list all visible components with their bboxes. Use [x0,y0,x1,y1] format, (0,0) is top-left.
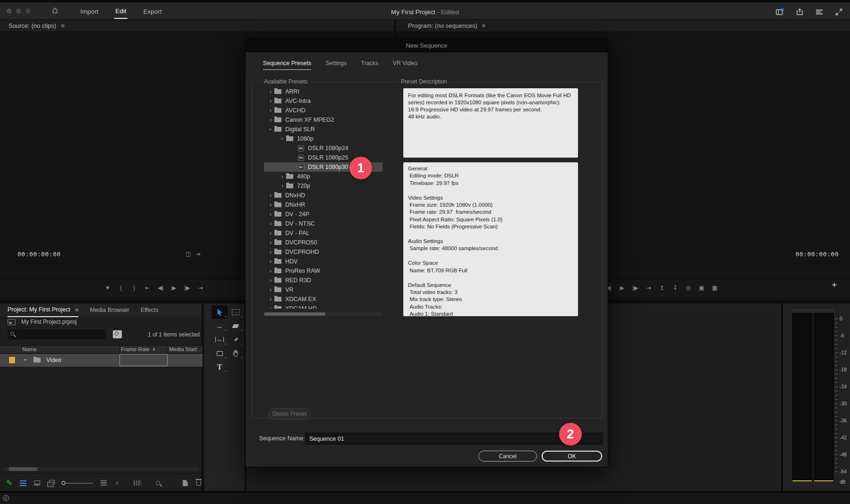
extract-icon[interactable]: ↧ [672,285,678,291]
preset-tree-item[interactable]: ›RED R3D [264,276,382,285]
new-bin-button[interactable] [168,478,175,488]
preset-tree-item[interactable]: PrDSLR 1080p24 [264,143,382,153]
zoom-slider[interactable] [60,478,94,488]
freeform-view-button[interactable] [47,478,54,488]
preset-tree-item[interactable]: ›XDCAM EX [264,294,382,304]
chevron-collapsed-icon[interactable]: › [267,117,274,123]
razor-tool[interactable] [228,319,244,333]
play-icon[interactable]: ▶ [171,285,177,291]
preset-tree-item[interactable]: ›AVC-Intra [264,96,382,106]
chevron-collapsed-icon[interactable]: › [267,230,274,236]
tab-effects[interactable]: Effects [141,307,159,313]
list-view-button[interactable] [19,478,27,488]
chevron-collapsed-icon[interactable]: › [267,98,274,104]
play-icon[interactable]: ▶ [619,285,625,291]
mark-in-icon[interactable]: { [118,285,124,291]
label-color-swatch[interactable] [8,356,16,364]
chevron-down-icon[interactable]: › [22,359,29,361]
frame-rate-cell[interactable] [119,354,168,366]
preset-tree-item[interactable]: ›Digital SLR [264,125,382,134]
panel-menu-icon[interactable]: ≡ [482,22,486,29]
preset-tree-item[interactable]: ›DNxHR [264,200,382,210]
scrollbar-thumb[interactable] [264,312,325,316]
search-in-bin-icon[interactable] [113,330,122,338]
sequence-name-input[interactable] [305,433,603,445]
creative-cloud-icon[interactable] [3,495,9,501]
add-button[interactable]: + [832,280,837,290]
preset-tree-item[interactable]: ›HDV [264,257,382,266]
mark-out-icon[interactable]: } [131,285,137,291]
pen-tool[interactable]: ✒ [228,333,244,346]
project-search-box[interactable] [8,329,106,339]
chevron-collapsed-icon[interactable]: › [267,202,274,208]
column-media-start[interactable]: Media Start [169,346,197,352]
goto-out-icon[interactable]: ⇥ [198,285,204,291]
chevron-collapsed-icon[interactable]: › [267,258,274,265]
preset-tree-item[interactable]: ›1080p [264,134,382,143]
lift-icon[interactable]: ↥ [659,285,665,291]
column-frame-rate[interactable]: Frame Rate [121,346,150,352]
drag-audio-icon[interactable]: ⇥ [196,251,200,257]
chevron-collapsed-icon[interactable]: › [267,286,274,293]
automate-to-sequence-button[interactable] [134,478,141,488]
tab-sequence-presets[interactable]: Sequence Presets [263,60,311,70]
project-writable-icon[interactable]: ✎ [6,478,13,488]
chevron-collapsed-icon[interactable]: › [267,268,274,274]
cancel-button[interactable]: Cancel [478,451,537,462]
tree-horizontal-scrollbar[interactable] [264,312,382,316]
type-tool[interactable]: T [212,360,228,374]
chevron-collapsed-icon[interactable]: › [279,173,286,180]
tab-vr-video[interactable]: VR Video [392,60,417,70]
selection-tool[interactable] [212,305,228,319]
new-item-button[interactable] [181,478,189,488]
project-file-row[interactable]: My First Project.prproj [8,319,76,325]
preset-tree-item[interactable]: ›Canon XF MPEG2 [264,115,382,125]
chevron-collapsed-icon[interactable]: › [267,239,274,246]
chevron-collapsed-icon[interactable]: › [267,249,274,255]
column-name[interactable]: Name [22,346,37,352]
preset-tree-item[interactable]: ›DNxHD [264,191,382,200]
panel-menu-icon[interactable]: ≡ [61,22,65,29]
preset-tree-item[interactable]: ›DVCPROHD [264,247,382,257]
sort-icons-button[interactable] [100,478,107,488]
workspaces-menu-icon[interactable] [816,9,823,15]
hand-tool[interactable] [228,346,244,360]
workspace-switcher-icon[interactable] [776,8,784,16]
source-timecode[interactable]: 00:00:00:00 [17,251,61,258]
tab-settings[interactable]: Settings [325,60,347,70]
chevron-collapsed-icon[interactable]: › [267,305,274,309]
fullscreen-icon[interactable] [835,8,842,16]
preset-tree-item[interactable]: ›DV - 24P [264,210,382,219]
settings-output-icon[interactable]: ◫ [186,251,191,257]
tab-media-browser[interactable]: Media Browser [90,307,129,313]
chevron-expanded-icon[interactable]: › [279,135,286,143]
preset-tree-item[interactable]: ›ProRes RAW [264,266,382,276]
search-input[interactable] [19,331,99,338]
goto-in-icon[interactable]: ⇤ [144,285,150,291]
panel-menu-icon[interactable]: ≡ [75,306,79,313]
sort-direction-button[interactable]: ∨ [113,478,121,488]
chevron-collapsed-icon[interactable]: › [267,192,274,199]
preset-tree-item[interactable]: ›AVCHD [264,106,382,115]
tab-tracks[interactable]: Tracks [361,60,378,70]
ripple-edit-tool[interactable]: ↔ [212,319,228,333]
add-marker-icon[interactable]: ▼ [105,285,110,291]
chevron-collapsed-icon[interactable]: › [267,88,274,95]
chevron-collapsed-icon[interactable]: › [267,277,274,284]
insert-icon[interactable]: ▣ [699,285,705,291]
chevron-collapsed-icon[interactable]: › [267,296,274,302]
program-timecode[interactable]: 00:00:00:00 [795,251,839,258]
chevron-collapsed-icon[interactable]: › [267,107,274,114]
export-frame-icon[interactable]: ◎ [686,285,691,291]
track-select-forward-tool[interactable]: → [228,305,244,319]
preset-tree-item[interactable]: ›XDCAM HD [264,304,382,309]
step-back-icon[interactable]: ◀| [158,285,163,291]
overwrite-icon[interactable]: ▩ [712,285,718,291]
slip-tool[interactable]: ↔ [212,333,228,346]
rectangle-tool[interactable] [212,346,228,360]
preset-tree-item[interactable]: ›DV - PAL [264,228,382,238]
scrollbar-thumb[interactable] [8,467,38,471]
goto-out-icon[interactable]: ⇥ [646,285,652,291]
preset-tree-item[interactable]: ›DVCPRO50 [264,238,382,247]
ok-button[interactable]: OK [542,451,602,462]
